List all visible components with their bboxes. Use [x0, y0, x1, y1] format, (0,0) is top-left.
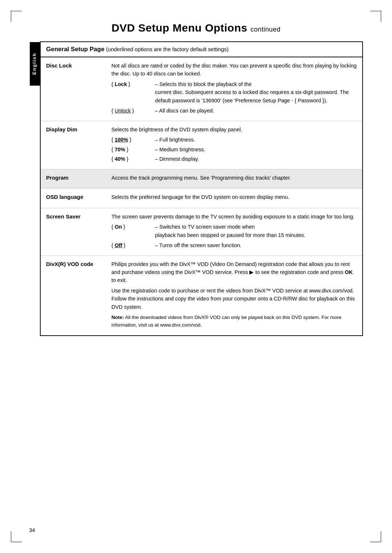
- divx-note: Note: All the downloaded videos from Div…: [111, 314, 357, 329]
- display-dim-intro: Selects the brightness of the DVD system…: [111, 126, 357, 134]
- display-dim-40: { 40% } – Dimmest display.: [111, 155, 357, 163]
- section-header-sub: (underlined options are the factory defa…: [106, 46, 229, 52]
- screen-saver-intro: The screen saver prevents damage to the …: [111, 213, 357, 221]
- display-dim-70: { 70% } – Medium brightness.: [111, 146, 357, 153]
- display-dim-100: { 100% } – Full brightness.: [111, 136, 357, 144]
- row-content-divx: Philips provides you with the DivX™ VOD …: [111, 260, 357, 331]
- on-continuation: playback has been stopped or paused for …: [155, 231, 357, 239]
- section-header: General Setup Page (underlined options a…: [41, 42, 362, 57]
- 40-desc: – Dimmest display.: [155, 155, 357, 163]
- unlock-key: { Unlock }: [111, 107, 155, 115]
- off-key: { Off }: [111, 241, 155, 249]
- table-row: DivX(R) VOD code Philips provides you wi…: [41, 256, 362, 335]
- osd-intro: Selects the preferred language for the D…: [111, 193, 357, 201]
- table-row: Disc Lock Not all discs are rated or cod…: [41, 57, 362, 121]
- row-label-program: Program: [46, 174, 111, 181]
- row-label-display-dim: Display Dim: [46, 126, 111, 132]
- program-intro: Access the track programming menu. See '…: [111, 174, 357, 182]
- disc-lock-option-lock: { Lock } – Selects this to block the pla…: [111, 80, 357, 105]
- row-label-osd: OSD language: [46, 193, 111, 200]
- screen-saver-off: { Off } – Turns off the screen saver fun…: [111, 241, 357, 249]
- 70-key: { 70% }: [111, 146, 155, 153]
- 100-desc: – Full brightness.: [155, 136, 357, 144]
- 100-key: { 100% }: [111, 136, 155, 144]
- section-header-title: General Setup Page: [46, 46, 105, 53]
- lock-key: { Lock }: [111, 80, 155, 88]
- table-body: Disc Lock Not all discs are rated or cod…: [41, 57, 362, 335]
- on-key: { On }: [111, 223, 155, 231]
- row-content-screen-saver: The screen saver prevents damage to the …: [111, 213, 357, 251]
- lock-desc: – Selects this to block the playback of …: [155, 80, 357, 88]
- page-number: 34: [29, 527, 35, 533]
- row-label-disc-lock: Disc Lock: [46, 62, 111, 69]
- table-row: Program Access the track programming men…: [41, 169, 362, 189]
- screen-saver-on: { On } – Switches to TV screen saver mod…: [111, 223, 357, 239]
- title-text: DVD Setup Menu Options: [111, 22, 247, 34]
- page-container: DVD Setup Menu Options continued English…: [0, 0, 392, 553]
- 70-desc: – Medium brightness.: [155, 146, 357, 153]
- corner-tr: [370, 11, 381, 22]
- unlock-desc: – All discs can be played.: [155, 107, 357, 115]
- row-content-disc-lock: Not all discs are rated or coded by the …: [111, 62, 357, 116]
- row-label-divx: DivX(R) VOD code: [46, 260, 111, 267]
- off-desc: – Turns off the screen saver function.: [155, 241, 357, 249]
- disc-lock-intro: Not all discs are rated or coded by the …: [111, 62, 357, 78]
- corner-tl: [11, 11, 22, 22]
- title-continued: continued: [250, 26, 281, 33]
- lock-continuation: current disc. Subsequent access to a loc…: [155, 88, 357, 105]
- content-area: English General Setup Page (underlined o…: [40, 41, 363, 336]
- table-row: Screen Saver The screen saver prevents d…: [41, 208, 362, 256]
- disc-lock-option-unlock: { Unlock } – All discs can be played.: [111, 107, 357, 115]
- corner-bl: [11, 531, 22, 542]
- page-title: DVD Setup Menu Options continued: [29, 22, 363, 34]
- table-row: OSD language Selects the preferred langu…: [41, 189, 362, 208]
- row-content-display-dim: Selects the brightness of the DVD system…: [111, 126, 357, 165]
- row-content-program: Access the track programming menu. See '…: [111, 174, 357, 184]
- divx-intro2: Use the registration code to purchase or…: [111, 287, 357, 311]
- row-label-screen-saver: Screen Saver: [46, 213, 111, 220]
- corner-br: [370, 531, 381, 542]
- row-content-osd: Selects the preferred language for the D…: [111, 193, 357, 203]
- sidebar-tab: English: [30, 42, 41, 86]
- table-row: Display Dim Selects the brightness of th…: [41, 121, 362, 169]
- divx-intro: Philips provides you with the DivX™ VOD …: [111, 260, 357, 284]
- 40-key: { 40% }: [111, 155, 155, 163]
- on-desc: – Switches to TV screen saver mode when: [155, 223, 357, 231]
